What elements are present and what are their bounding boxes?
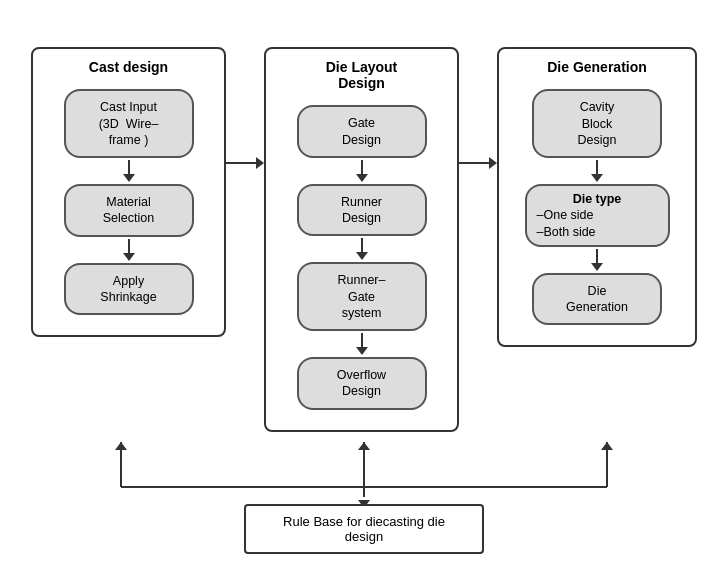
arrow-gate-to-runner xyxy=(356,160,368,182)
diagram-wrapper: Cast design Cast Input(3D Wire–frame ) M… xyxy=(14,37,714,531)
arrow-runnergatesys-to-overflow xyxy=(356,333,368,355)
arrow-cavity-to-dietype xyxy=(591,160,603,182)
arrow-dietype-to-diegeneration xyxy=(591,249,603,271)
arrow-cast-input-to-material xyxy=(123,160,135,182)
die-layout-column: Die LayoutDesign GateDesign RunnerDesign… xyxy=(264,47,459,431)
arrow-material-to-shrinkage xyxy=(123,239,135,261)
h-arrow-line xyxy=(226,162,256,164)
cavity-block-design-node: CavityBlockDesign xyxy=(532,89,662,158)
arrow-head xyxy=(356,347,368,355)
arrow-line xyxy=(128,160,130,174)
gate-design-node: GateDesign xyxy=(297,105,427,158)
material-selection-node: MaterialSelection xyxy=(64,184,194,237)
die-type-label: Die type xyxy=(537,191,658,207)
arrow-line xyxy=(361,160,363,174)
svg-marker-5 xyxy=(115,442,127,450)
rule-base-label: Rule Base for diecasting die design xyxy=(283,514,445,544)
main-columns-row: Cast design Cast Input(3D Wire–frame ) M… xyxy=(24,47,704,431)
h-arrow-col1-to-col2 xyxy=(226,157,264,169)
overflow-design-node: OverflowDesign xyxy=(297,357,427,410)
h-arrow-head xyxy=(256,157,264,169)
die-type-node: Die type –One side –Both side xyxy=(525,184,670,247)
die-generation-title: Die Generation xyxy=(547,59,647,75)
svg-marker-6 xyxy=(358,442,370,450)
rule-base-box: Rule Base for diecasting die design xyxy=(244,504,484,554)
die-type-both-side: –Both side xyxy=(537,224,658,240)
arrow-head xyxy=(123,174,135,182)
arrow-runner-to-runnergatesys xyxy=(356,238,368,260)
arrow-line xyxy=(361,238,363,252)
arrow-line xyxy=(128,239,130,253)
svg-marker-7 xyxy=(601,442,613,450)
apply-shrinkage-node: ApplyShrinkage xyxy=(64,263,194,316)
cast-input-node: Cast Input(3D Wire–frame ) xyxy=(64,89,194,158)
cast-design-title: Cast design xyxy=(89,59,168,75)
arrow-head xyxy=(591,263,603,271)
cast-design-column: Cast design Cast Input(3D Wire–frame ) M… xyxy=(31,47,226,337)
arrow-head xyxy=(591,174,603,182)
bottom-section: Rule Base for diecasting die design xyxy=(24,442,704,522)
die-layout-title: Die LayoutDesign xyxy=(326,59,398,91)
die-generation-column: Die Generation CavityBlockDesign Die typ… xyxy=(497,47,697,347)
h-arrow-line xyxy=(459,162,489,164)
arrow-line xyxy=(596,160,598,174)
arrow-head xyxy=(356,252,368,260)
arrow-line xyxy=(361,333,363,347)
arrow-head xyxy=(123,253,135,261)
runner-gate-system-node: Runner–Gatesystem xyxy=(297,262,427,331)
arrow-line xyxy=(596,249,598,263)
die-type-one-side: –One side xyxy=(537,207,658,223)
h-arrow-col2-to-col3 xyxy=(459,157,497,169)
runner-design-node: RunnerDesign xyxy=(297,184,427,237)
arrow-head xyxy=(356,174,368,182)
die-generation-node: DieGeneration xyxy=(532,273,662,326)
h-arrow-head xyxy=(489,157,497,169)
